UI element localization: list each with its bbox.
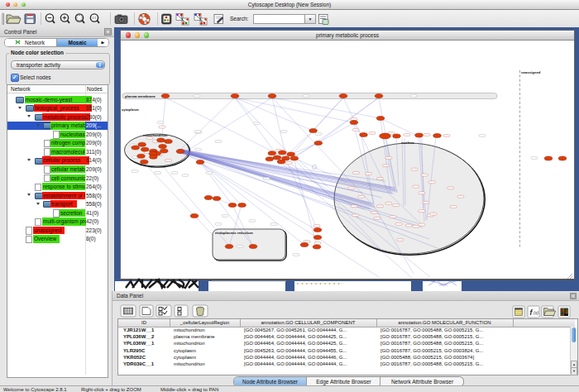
svg-text:(x): (x) xyxy=(534,310,538,315)
svg-text:cytoplasm: cytoplasm xyxy=(122,107,139,111)
svg-text:1:1: 1:1 xyxy=(92,17,96,20)
svg-text:unassigned: unassigned xyxy=(521,69,541,74)
svg-text:endoplasmic reticulum: endoplasmic reticulum xyxy=(215,230,253,234)
svg-text:mitochondrion: mitochondrion xyxy=(143,132,168,136)
svg-text:nucleus: nucleus xyxy=(401,140,414,144)
svg-text:plasma membrane: plasma membrane xyxy=(125,93,156,98)
